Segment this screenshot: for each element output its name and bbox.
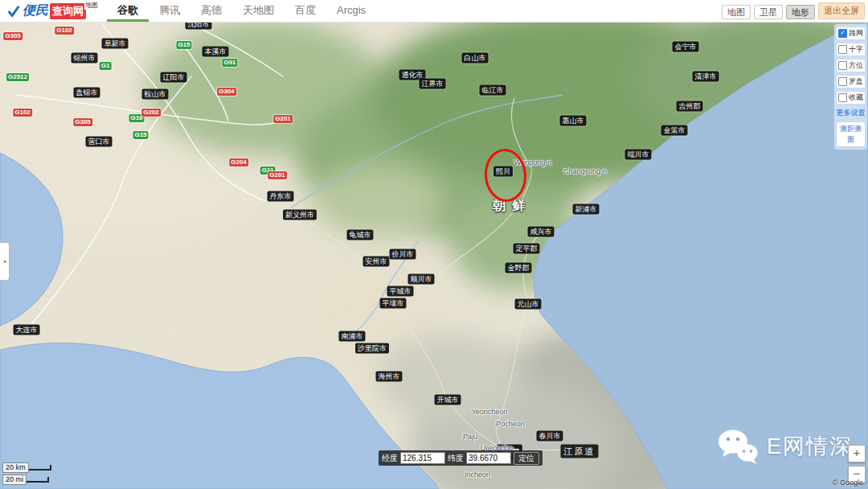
layer-checkbox-方位[interactable]: 方位 — [836, 59, 866, 72]
layer-options-panel: ✓路网十字方位罗盘收藏 更多设置 测距测面 — [834, 24, 867, 150]
locate-button[interactable]: 定位 — [514, 452, 539, 465]
map-type-button-地图[interactable]: 地图 — [722, 5, 751, 19]
layer-checkbox-label: 路网 — [849, 28, 863, 39]
checkbox-checked-icon[interactable]: ✓ — [838, 29, 847, 38]
tab-Arcgis[interactable]: Arcgis — [326, 0, 376, 19]
tab-高德[interactable]: 高德 — [190, 0, 232, 19]
latitude-input[interactable] — [466, 452, 511, 464]
map-type-button-地形[interactable]: 地形 — [786, 5, 815, 19]
top-bar: 便民 查询网 地图 谷歌腾讯高德天地图百度Arcgis 地图卫星地形 退出全屏 — [0, 0, 868, 23]
logo-superscript: 地图 — [84, 1, 99, 10]
map-canvas[interactable] — [0, 0, 868, 489]
watermark: E网情深 — [717, 429, 853, 464]
tab-腾讯[interactable]: 腾讯 — [149, 0, 190, 19]
scale-km-bar — [29, 465, 51, 471]
exit-fullscreen-button[interactable]: 退出全屏 — [818, 2, 865, 19]
layer-checkbox-label: 方位 — [849, 60, 863, 71]
checkbox-icon[interactable] — [838, 93, 847, 102]
map-attribution: © Google — [833, 479, 863, 487]
layer-checkbox-label: 罗盘 — [849, 76, 863, 87]
logo-check-icon — [6, 4, 21, 18]
zoom-control: + − — [848, 445, 866, 483]
map-provider-tabs: 谷歌腾讯高德天地图百度Arcgis — [107, 0, 376, 22]
zoom-in-button[interactable]: + — [848, 445, 866, 462]
tab-谷歌[interactable]: 谷歌 — [107, 0, 149, 22]
layer-checkbox-list: ✓路网十字方位罗盘收藏 — [836, 27, 866, 105]
sidebar-collapse-handle[interactable]: ◂ — [0, 242, 10, 281]
more-settings-link[interactable]: 更多设置 — [836, 107, 866, 119]
map-scale: 20 km 20 mi — [2, 462, 51, 486]
watermark-text: E网情深 — [767, 432, 853, 461]
checkbox-icon[interactable] — [838, 45, 847, 54]
map-type-button-卫星[interactable]: 卫星 — [754, 5, 783, 19]
layer-checkbox-路网[interactable]: ✓路网 — [836, 27, 866, 40]
checkbox-icon[interactable] — [838, 61, 847, 70]
longitude-input[interactable] — [400, 452, 445, 464]
scale-km-label: 20 km — [2, 462, 29, 473]
logo-site-text: 查询网 — [50, 3, 86, 19]
layer-checkbox-label: 收藏 — [849, 92, 863, 103]
latitude-label: 纬度 — [448, 453, 464, 464]
layer-checkbox-label: 十字 — [849, 44, 863, 55]
tab-天地图[interactable]: 天地图 — [232, 0, 285, 19]
scale-mi-bar — [27, 477, 49, 483]
terrain-background — [0, 0, 868, 489]
map-type-buttons: 地图卫星地形 — [719, 4, 815, 18]
layer-checkbox-十字[interactable]: 十字 — [836, 43, 866, 56]
measure-distance-button[interactable]: 测距测面 — [836, 121, 866, 147]
wechat-icon — [717, 429, 759, 464]
scale-mi-label: 20 mi — [2, 475, 27, 485]
coordinates-bar: 经度 纬度 定位 — [379, 450, 542, 466]
longitude-label: 经度 — [382, 453, 398, 464]
site-logo[interactable]: 便民 查询网 地图 — [6, 2, 86, 19]
logo-brand-text: 便民 — [23, 2, 48, 19]
layer-checkbox-收藏[interactable]: 收藏 — [836, 91, 866, 105]
layer-checkbox-罗盘[interactable]: 罗盘 — [836, 75, 866, 88]
checkbox-icon[interactable] — [838, 77, 847, 86]
tab-百度[interactable]: 百度 — [285, 0, 326, 19]
map-view-controls: 地图卫星地形 退出全屏 — [719, 2, 865, 19]
